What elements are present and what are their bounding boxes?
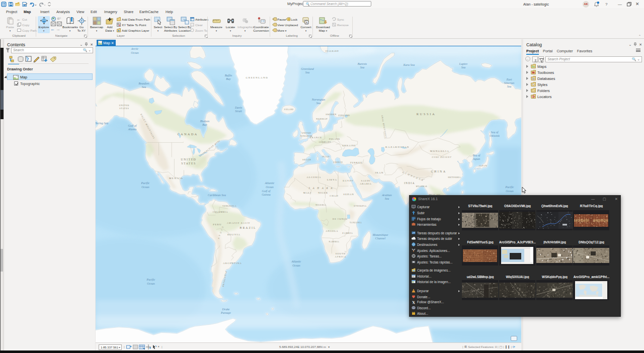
svg-text:Ocean: Ocean: [506, 190, 514, 193]
svg-text:Guinea: Guinea: [262, 193, 271, 196]
svg-text:SWEDEN: SWEDEN: [326, 113, 337, 116]
svg-text:ICELAND: ICELAND: [284, 109, 294, 111]
svg-text:MALI: MALI: [303, 192, 311, 194]
svg-text:ITALY: ITALY: [322, 155, 330, 158]
svg-text:Strait: Strait: [235, 110, 242, 113]
svg-text:ZAMBIA: ZAMBIA: [342, 232, 353, 234]
svg-text:Sea: Sea: [142, 85, 146, 89]
svg-text:SAUDI: SAUDI: [361, 180, 370, 182]
svg-text:PERU: PERU: [213, 223, 222, 226]
svg-text:Gulf of: Gulf of: [128, 124, 137, 127]
svg-text:Drake: Drake: [222, 308, 230, 311]
svg-text:COLOMBIA: COLOMBIA: [213, 211, 228, 213]
svg-text:EGYPT: EGYPT: [343, 180, 353, 182]
svg-text:Mozambique: Mozambique: [372, 233, 388, 236]
svg-text:MONGOLIA: MONGOLIA: [430, 150, 449, 152]
svg-text:Pacific: Pacific: [505, 186, 514, 189]
svg-text:Bay: Bay: [226, 77, 231, 80]
svg-text:TANZANIA: TANZANIA: [350, 222, 362, 224]
svg-text:BOLIVIA: BOLIVIA: [227, 233, 240, 236]
svg-text:Sea: Sea: [507, 85, 512, 88]
svg-text:Sea of: Sea of: [473, 154, 481, 157]
svg-text:Atlantic: Atlantic: [291, 260, 301, 263]
svg-text:Gulf of: Gulf of: [262, 190, 271, 193]
svg-text:RUSSIA: RUSSIA: [417, 112, 436, 116]
svg-text:KINGDOM: KINGDOM: [300, 135, 312, 137]
svg-text:UKRAINE: UKRAINE: [342, 144, 356, 147]
svg-text:CHAD: CHAD: [330, 195, 339, 197]
svg-text:FINLAND: FINLAND: [339, 114, 350, 117]
svg-text:BRAZIL: BRAZIL: [240, 226, 257, 229]
svg-text:ALGERIA: ALGERIA: [306, 176, 321, 179]
svg-text:IRAN: IRAN: [375, 171, 383, 174]
svg-text:JAPAN: JAPAN: [479, 164, 488, 167]
svg-text:UNITED: UNITED: [119, 104, 129, 107]
svg-text:Alaska: Alaska: [128, 128, 136, 131]
svg-text:Sea: Sea: [461, 66, 466, 69]
svg-text:Barents: Barents: [358, 62, 367, 65]
svg-text:STATES: STATES: [119, 107, 129, 110]
svg-text:Greenland: Greenland: [301, 67, 314, 70]
svg-text:Japan: Japan: [473, 157, 480, 160]
svg-text:GOBI DESERT: GOBI DESERT: [432, 156, 452, 158]
svg-text:GREENLAND: GREENLAND: [246, 76, 269, 79]
svg-text:Caribbean Sea: Caribbean Sea: [208, 194, 226, 197]
svg-text:NORWAY: NORWAY: [316, 118, 328, 120]
svg-text:Kara Sea: Kara Sea: [403, 63, 415, 66]
svg-text:Baffin: Baffin: [225, 74, 232, 77]
svg-text:Channel: Channel: [375, 237, 386, 240]
svg-text:Sea of: Sea of: [491, 131, 499, 134]
svg-text:KAZAKHSTAN: KAZAKHSTAN: [385, 146, 410, 148]
svg-text:TURKEY: TURKEY: [350, 161, 363, 164]
svg-text:Sea: Sea: [316, 102, 321, 105]
svg-text:Ocean: Ocean: [292, 264, 300, 267]
svg-text:NAMIBIA: NAMIBIA: [329, 241, 340, 243]
svg-text:Hudson: Hudson: [200, 120, 210, 123]
svg-text:ETHIOPIA: ETHIOPIA: [354, 205, 367, 207]
svg-text:MEXICO: MEXICO: [169, 177, 183, 180]
svg-text:A: A: [305, 21, 307, 24]
svg-text:East: East: [506, 78, 512, 81]
svg-text:DE CONGO: DE CONGO: [333, 218, 348, 220]
svg-text:MYANMAR: MYANMAR: [416, 186, 427, 188]
svg-text:Siberian: Siberian: [504, 81, 514, 84]
svg-text:Ocean: Ocean: [141, 186, 149, 189]
svg-text:SOUTH: SOUTH: [336, 252, 346, 255]
svg-text:Pacific: Pacific: [146, 278, 155, 281]
svg-text:Passage: Passage: [220, 311, 231, 314]
svg-text:Bay: Bay: [202, 123, 207, 126]
svg-text:GREECE: GREECE: [333, 161, 343, 163]
svg-text:ARGENTINA: ARGENTINA: [223, 262, 242, 264]
svg-text:Arctic: Arctic: [131, 47, 139, 50]
svg-text:Bering Sea: Bering Sea: [96, 122, 108, 125]
svg-text:Sea: Sea: [360, 66, 365, 69]
svg-text:NIGER: NIGER: [318, 192, 328, 194]
svg-text:Atlantic: Atlantic: [265, 182, 275, 185]
svg-text:Sea: Sea: [385, 197, 389, 200]
svg-text:SVALBARD: SVALBARD: [326, 50, 339, 52]
svg-text:SUDAN: SUDAN: [343, 193, 354, 196]
svg-text:Davis: Davis: [234, 106, 243, 109]
svg-text:SPAIN: SPAIN: [302, 158, 311, 161]
svg-text:Okhotsk: Okhotsk: [490, 134, 500, 137]
svg-text:AFRICA: AFRICA: [335, 255, 347, 258]
svg-text:S A H A R A: S A H A R A: [308, 187, 333, 190]
svg-text:Beaufort: Beaufort: [139, 82, 149, 85]
svg-text:Sea: Sea: [305, 71, 310, 74]
svg-text:VENEZUELA: VENEZUELA: [222, 205, 236, 207]
svg-text:Ocean: Ocean: [147, 282, 155, 285]
svg-text:ANGOLA: ANGOLA: [326, 230, 338, 232]
svg-text:NIGERIA: NIGERIA: [315, 204, 326, 206]
svg-text:POLAND: POLAND: [329, 138, 340, 140]
svg-text:Ocean: Ocean: [266, 186, 274, 189]
svg-text:Arabian: Arabian: [381, 194, 392, 197]
svg-text:AMAZON BASIN: AMAZON BASIN: [226, 222, 250, 224]
svg-text:SOUTH KOREA: SOUTH KOREA: [448, 176, 461, 179]
svg-text:ARABIA: ARABIA: [360, 183, 372, 185]
svg-text:UNITED: UNITED: [181, 158, 196, 161]
svg-text:INDIA: INDIA: [404, 182, 415, 185]
svg-text:Laptev: Laptev: [459, 62, 468, 65]
svg-text:CHINA: CHINA: [431, 170, 447, 173]
svg-text:UNITED: UNITED: [302, 132, 311, 134]
svg-text:LIBYA: LIBYA: [327, 179, 337, 181]
